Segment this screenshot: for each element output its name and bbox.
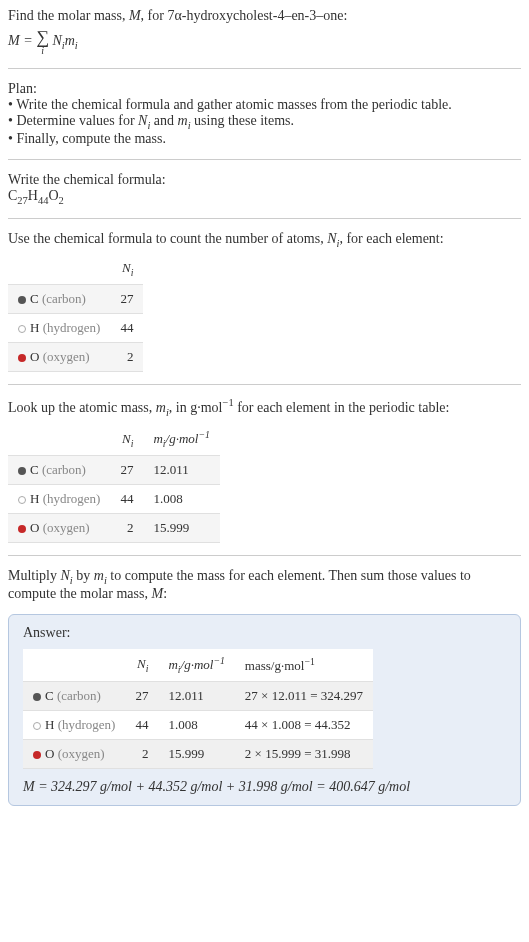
element-name: (carbon) — [57, 688, 101, 703]
element-sym: H — [30, 491, 39, 506]
multiply-text: Multiply Ni by mi to compute the mass fo… — [8, 568, 521, 602]
ni-value: 44 — [125, 711, 158, 740]
element-cell: O (oxygen) — [23, 740, 125, 769]
header-ni: Ni — [110, 254, 143, 284]
element-name: (carbon) — [42, 462, 86, 477]
element-sym: H — [30, 320, 39, 335]
intro-formula: M = ∑ i Nimi — [8, 28, 521, 56]
divider — [8, 159, 521, 160]
header-mass: mass/g·mol−1 — [235, 649, 373, 681]
formula-o: O — [48, 188, 58, 203]
header-ni: Ni — [125, 649, 158, 681]
ni-value: 2 — [110, 514, 143, 543]
element-cell: C (carbon) — [8, 284, 110, 313]
header-empty — [23, 649, 125, 681]
mass-calc: 44 × 1.008 = 44.352 — [235, 711, 373, 740]
plan-item-2: • Determine values for Ni and mi using t… — [8, 113, 521, 131]
plan-item-3: • Finally, compute the mass. — [8, 131, 521, 147]
chemical-formula-value: C27H44O2 — [8, 188, 521, 206]
plan-title: Plan: — [8, 81, 521, 97]
element-cell: C (carbon) — [8, 456, 110, 485]
element-cell: C (carbon) — [23, 682, 125, 711]
ni-value: 27 — [110, 456, 143, 485]
mass-section: Look up the atomic mass, mi, in g·mol−1 … — [8, 397, 521, 543]
intro-section: Find the molar mass, M, for 7α-hydroxych… — [8, 8, 521, 56]
mass-calc: 2 × 15.999 = 31.998 — [235, 740, 373, 769]
header-empty — [8, 423, 110, 455]
table-row: O (oxygen) 2 15.999 2 × 15.999 = 31.998 — [23, 740, 373, 769]
ni-value: 44 — [110, 313, 143, 342]
mi-value: 1.008 — [158, 711, 234, 740]
element-sym: O — [30, 520, 39, 535]
table-header-row: Ni — [8, 254, 143, 284]
divider — [8, 68, 521, 69]
mass-title: Look up the atomic mass, mi, in g·mol−1 … — [8, 397, 521, 417]
table-row: O (oxygen) 2 15.999 — [8, 514, 220, 543]
element-name: (hydrogen) — [58, 717, 116, 732]
hydrogen-dot-icon — [18, 325, 26, 333]
divider — [8, 384, 521, 385]
table-header-row: Ni mi/g·mol−1 mass/g·mol−1 — [23, 649, 373, 681]
element-cell: H (hydrogen) — [8, 313, 110, 342]
final-answer: M = 324.297 g/mol + 44.352 g/mol + 31.99… — [23, 779, 506, 795]
table-row: H (hydrogen) 44 — [8, 313, 143, 342]
count-table: Ni C (carbon) 27 H (hydrogen) 44 O (oxyg… — [8, 254, 143, 372]
ni-value: 27 — [110, 284, 143, 313]
formula-h: H — [28, 188, 38, 203]
answer-label: Answer: — [23, 625, 506, 641]
ni-value: 27 — [125, 682, 158, 711]
mass-table: Ni mi/g·mol−1 C (carbon) 27 12.011 H (hy… — [8, 423, 220, 543]
element-sym: C — [45, 688, 54, 703]
element-name: (oxygen) — [43, 520, 90, 535]
element-name: (carbon) — [42, 291, 86, 306]
plan-section: Plan: • Write the chemical formula and g… — [8, 81, 521, 147]
table-header-row: Ni mi/g·mol−1 — [8, 423, 220, 455]
element-sym: O — [45, 746, 54, 761]
mi-value: 12.011 — [143, 456, 219, 485]
oxygen-dot-icon — [18, 354, 26, 362]
carbon-dot-icon — [33, 693, 41, 701]
formula-c-count: 27 — [17, 195, 28, 206]
answer-box: Answer: Ni mi/g·mol−1 mass/g·mol−1 C (ca… — [8, 614, 521, 806]
element-name: (oxygen) — [43, 349, 90, 364]
element-cell: H (hydrogen) — [23, 711, 125, 740]
formula-o-count: 2 — [59, 195, 64, 206]
formula-c: C — [8, 188, 17, 203]
element-name: (hydrogen) — [43, 320, 101, 335]
element-cell: H (hydrogen) — [8, 485, 110, 514]
mi-value: 15.999 — [158, 740, 234, 769]
header-mi: mi/g·mol−1 — [158, 649, 234, 681]
table-row: O (oxygen) 2 — [8, 342, 143, 371]
divider — [8, 218, 521, 219]
chemical-formula-section: Write the chemical formula: C27H44O2 — [8, 172, 521, 206]
mi-value: 15.999 — [143, 514, 219, 543]
ni-value: 2 — [125, 740, 158, 769]
element-cell: O (oxygen) — [8, 342, 110, 371]
element-sym: H — [45, 717, 54, 732]
table-row: C (carbon) 27 12.011 — [8, 456, 220, 485]
mi-value: 1.008 — [143, 485, 219, 514]
header-ni: Ni — [110, 423, 143, 455]
formula-h-count: 44 — [38, 195, 49, 206]
table-row: H (hydrogen) 44 1.008 44 × 1.008 = 44.35… — [23, 711, 373, 740]
hydrogen-dot-icon — [18, 496, 26, 504]
mi-value: 12.011 — [158, 682, 234, 711]
chemical-formula-title: Write the chemical formula: — [8, 172, 521, 188]
header-empty — [8, 254, 110, 284]
table-row: C (carbon) 27 12.011 27 × 12.011 = 324.2… — [23, 682, 373, 711]
oxygen-dot-icon — [33, 751, 41, 759]
hydrogen-dot-icon — [33, 722, 41, 730]
element-cell: O (oxygen) — [8, 514, 110, 543]
header-mi: mi/g·mol−1 — [143, 423, 219, 455]
count-section: Use the chemical formula to count the nu… — [8, 231, 521, 372]
table-row: H (hydrogen) 44 1.008 — [8, 485, 220, 514]
answer-table: Ni mi/g·mol−1 mass/g·mol−1 C (carbon) 27… — [23, 649, 373, 769]
intro-line1: Find the molar mass, M, for 7α-hydroxych… — [8, 8, 521, 24]
table-row: C (carbon) 27 — [8, 284, 143, 313]
carbon-dot-icon — [18, 467, 26, 475]
element-sym: O — [30, 349, 39, 364]
oxygen-dot-icon — [18, 525, 26, 533]
count-title: Use the chemical formula to count the nu… — [8, 231, 521, 249]
multiply-section: Multiply Ni by mi to compute the mass fo… — [8, 568, 521, 602]
element-sym: C — [30, 291, 39, 306]
